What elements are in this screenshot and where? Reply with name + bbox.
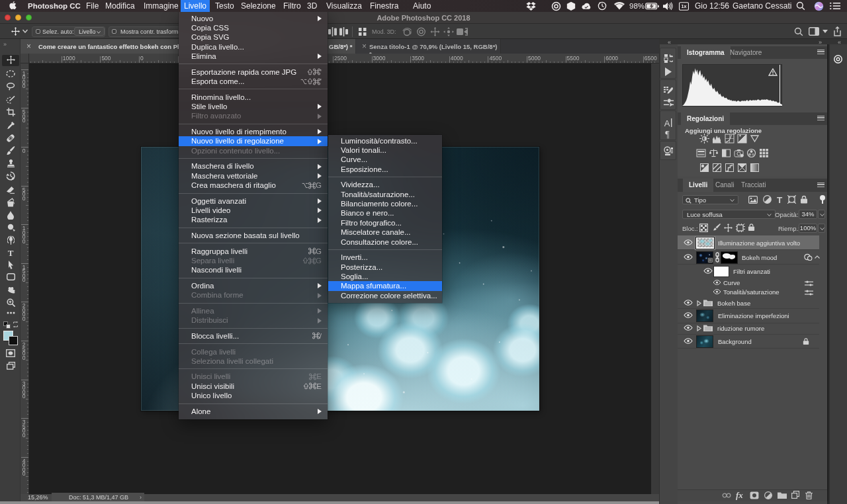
- svg-text:A: A: [664, 118, 670, 128]
- svg-text:¶: ¶: [665, 130, 670, 139]
- svg-text:T: T: [777, 195, 783, 204]
- svg-text:T: T: [8, 248, 14, 257]
- svg-text:1x: 1x: [682, 4, 687, 9]
